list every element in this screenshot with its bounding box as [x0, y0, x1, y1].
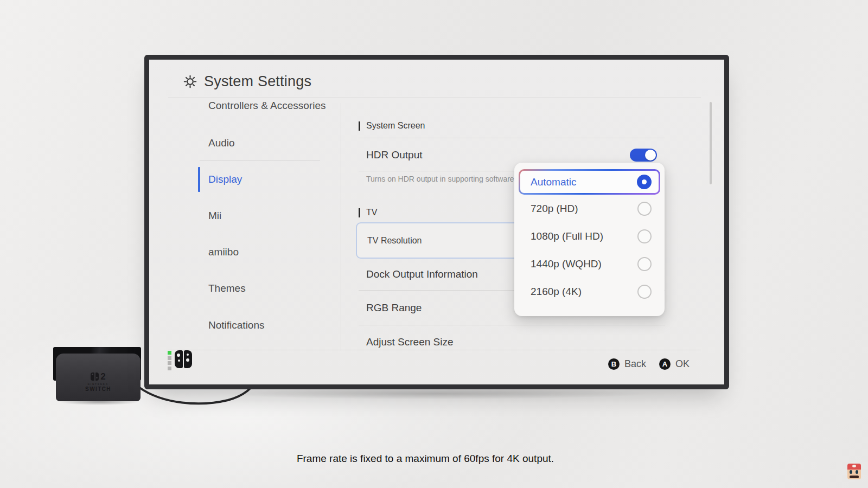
button-hints: B Back A OK — [608, 356, 690, 371]
radio-icon — [637, 285, 652, 299]
player-indicator — [168, 351, 171, 371]
section-header-system-screen: System Screen — [359, 120, 425, 131]
logo-number: 2 — [100, 372, 105, 381]
footer-divider — [168, 350, 701, 350]
hdr-output-toggle[interactable] — [630, 149, 657, 162]
panel-divider — [341, 103, 341, 351]
logo-name-text: SWITCH — [85, 386, 111, 392]
radio-icon — [637, 229, 652, 243]
radio-selected-icon — [637, 175, 652, 189]
sidebar-item-amiibo[interactable]: amiibo — [149, 240, 341, 265]
player-led — [168, 361, 171, 365]
back-hint-label: Back — [624, 358, 646, 370]
switch-dock: 2 NINTENDO SWITCH — [56, 354, 141, 401]
logo-brand-text: NINTENDO — [88, 383, 109, 386]
section-bar — [359, 208, 360, 217]
scrollbar[interactable] — [710, 102, 712, 184]
sidebar-item-mii[interactable]: Mii — [149, 203, 341, 228]
radio-icon — [637, 257, 652, 271]
mario-watermark-icon — [847, 464, 861, 479]
joycon-left-icon — [175, 350, 183, 368]
section-bar — [359, 121, 360, 131]
row-separator — [359, 138, 665, 138]
gear-icon — [183, 75, 197, 88]
row-adjust-screen-size[interactable]: Adjust Screen Size — [359, 330, 665, 355]
page-header: System Settings — [183, 72, 311, 91]
option-1080p[interactable]: 1080p (Full HD) — [519, 222, 660, 250]
tv-frame: System Settings Controllers & Accessorie… — [144, 55, 729, 389]
sidebar-divider — [200, 160, 320, 161]
sidebar-item-notifications[interactable]: Notifications — [149, 313, 341, 338]
section-header-tv: TV — [359, 207, 377, 218]
sidebar-item-controllers[interactable]: Controllers & Accessories — [149, 93, 341, 118]
stage: 2 NINTENDO SWITCH — [0, 0, 868, 488]
system-settings-screen: System Settings Controllers & Accessorie… — [149, 60, 724, 384]
page-title: System Settings — [204, 73, 311, 90]
option-1440p[interactable]: 1440p (WQHD) — [519, 250, 660, 278]
toggle-knob — [645, 150, 656, 160]
hdr-description: Turns on HDR output in supporting softwa… — [366, 175, 516, 183]
option-automatic[interactable]: Automatic — [519, 169, 660, 195]
player-led — [168, 356, 171, 360]
sidebar-item-audio[interactable]: Audio — [149, 131, 341, 156]
sidebar-item-themes[interactable]: Themes — [149, 276, 341, 301]
player1-led — [168, 351, 171, 355]
a-button-icon: A — [659, 358, 671, 370]
player-led — [168, 367, 171, 370]
b-button-icon: B — [608, 358, 620, 370]
switch2-logo: 2 — [91, 372, 105, 381]
option-2160p[interactable]: 2160p (4K) — [519, 278, 660, 305]
ok-hint-label: OK — [675, 358, 690, 370]
subtitle-caption: Frame rate is fixed to a maximum of 60fp… — [297, 453, 554, 465]
radio-icon — [637, 202, 652, 216]
row-separator — [359, 325, 665, 325]
tv-resolution-dropdown: Automatic 720p (HD) 1080p (Full HD) 1440… — [514, 163, 665, 316]
joycon-right-icon — [184, 350, 192, 368]
option-720p[interactable]: 720p (HD) — [519, 195, 660, 222]
sidebar-item-display[interactable]: Display — [149, 167, 341, 192]
joycon-logo-icon — [91, 373, 99, 381]
